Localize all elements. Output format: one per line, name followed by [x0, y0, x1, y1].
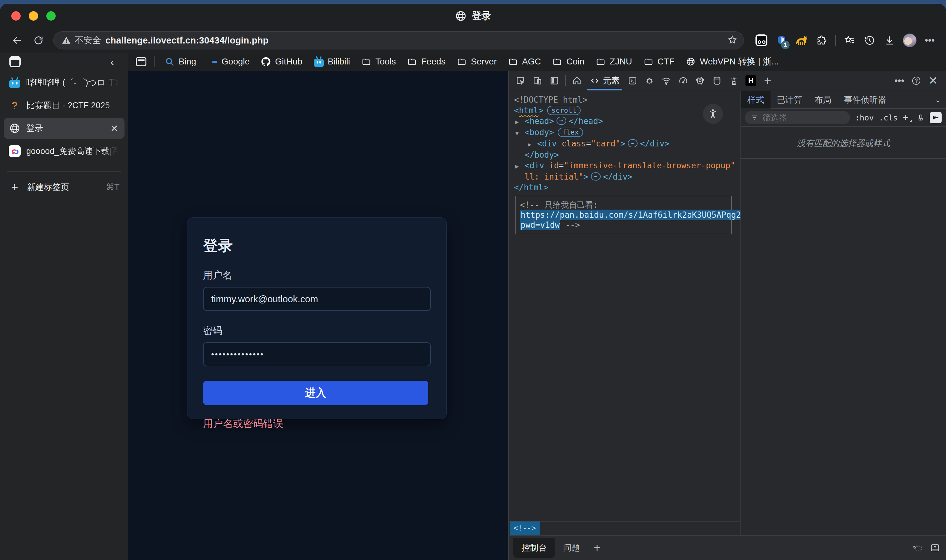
submit-button[interactable]: 进入 — [203, 381, 428, 405]
reload-button[interactable] — [29, 31, 48, 49]
close-tab-icon[interactable]: ✕ — [109, 123, 120, 134]
dom-tree-line[interactable]: ll: initial">⋯</div> — [514, 171, 740, 182]
cat-extension-button[interactable] — [793, 32, 810, 49]
tab-ctf-2025[interactable]: ? 比赛题目 - ?CTF 2025 — [4, 95, 125, 116]
tab-performance[interactable] — [675, 71, 692, 90]
minimize-window-button[interactable] — [29, 11, 38, 21]
bookmark-folder-zjnu[interactable]: ZJNU — [591, 54, 637, 69]
expand-arrow-icon[interactable]: ▼ — [515, 128, 525, 138]
tab-lighthouse[interactable] — [726, 71, 742, 90]
dom-tree-line[interactable]: </body> — [514, 149, 740, 160]
profile-button[interactable] — [901, 32, 918, 49]
tab-computed[interactable]: 已计算 — [771, 91, 808, 109]
drawer-tab-issues[interactable]: 问题 — [555, 538, 588, 558]
bookmark-folder-agc[interactable]: AGC — [504, 54, 546, 69]
brush-icon[interactable] — [917, 113, 925, 122]
tab-network[interactable] — [658, 71, 675, 90]
bookmark-google[interactable]: Google — [203, 54, 254, 69]
history-button[interactable] — [861, 32, 878, 49]
bookmark-folder-feeds[interactable]: Feeds — [403, 54, 450, 69]
device-emulation-button[interactable] — [529, 71, 546, 90]
collapsed-children-icon[interactable]: ⋯ — [557, 117, 566, 125]
styles-tabs: 样式 已计算 布局 事件侦听器 ⌄ — [741, 91, 946, 109]
downloads-button[interactable] — [881, 32, 898, 49]
tab-styles[interactable]: 样式 — [741, 91, 771, 109]
tab-sources[interactable] — [641, 71, 658, 90]
tab-layout[interactable]: 布局 — [808, 91, 838, 109]
expand-arrow-icon[interactable]: ▶ — [528, 139, 537, 149]
bookmark-bilibili[interactable]: Bilibili — [309, 54, 355, 69]
pseudo-state-toggle[interactable]: :hov — [855, 113, 874, 122]
styles-filter-input[interactable] — [762, 113, 831, 123]
breadcrumb-comment-node[interactable]: <!--> — [509, 522, 540, 535]
back-button[interactable] — [8, 31, 26, 49]
security-indicator[interactable]: 不安全 — [62, 34, 101, 46]
bookmarks-divider — [154, 56, 155, 67]
dock-side-button[interactable] — [546, 71, 563, 90]
device-icon — [532, 76, 543, 86]
comment-pwd-selected: pwd=v1dw — [520, 220, 560, 230]
html-comment-box[interactable]: <!-- 只给我自己看: https://pan.baidu.com/s/1Aa… — [515, 196, 732, 234]
computed-sidebar-toggle[interactable]: ⇤ — [930, 112, 941, 123]
bookmark-folder-tools[interactable]: Tools — [357, 54, 400, 69]
settings-and-more-button[interactable]: ••• — [921, 32, 938, 49]
address-bar[interactable]: 不安全 challenge.ilovectf.cn:30434/login.ph… — [53, 31, 744, 49]
collapsed-children-icon[interactable]: ⋯ — [591, 172, 601, 180]
drawer-add-tab-button[interactable]: + — [594, 541, 600, 554]
bookmark-webvpn[interactable]: WebVPN 转换 | 浙... — [681, 53, 783, 70]
tab-baidu-pan[interactable]: gooood_免费高速下载|百度网盘 — [4, 140, 125, 162]
immersive-translate-extension-button[interactable] — [753, 32, 770, 49]
expand-drawer-icon[interactable] — [930, 543, 940, 553]
bookmark-folder-coin[interactable]: Coin — [548, 54, 589, 69]
dom-tree-line[interactable]: ▶<div id="immersive-translate-browser-po… — [514, 160, 740, 171]
devtools-more-options-button[interactable]: ••• — [891, 71, 908, 90]
extensions-menu-button[interactable] — [813, 32, 830, 49]
url-text[interactable]: challenge.ilovectf.cn:30434/login.php — [105, 35, 723, 46]
dom-tree-line[interactable]: </html> — [514, 182, 740, 193]
bookmarks-panel-icon[interactable] — [136, 57, 146, 66]
bookmark-folder-server[interactable]: Server — [452, 54, 501, 69]
drawer-tab-console[interactable]: 控制台 — [513, 538, 555, 558]
class-toggle[interactable]: .cls — [879, 113, 897, 122]
tab-application[interactable] — [709, 71, 726, 90]
dom-tree-line[interactable]: ▼<body>flex — [514, 127, 740, 138]
expand-arrow-icon[interactable]: ▶ — [515, 161, 525, 171]
dom-tree-line[interactable]: ▶<div class="card">⋯</div> — [514, 138, 740, 149]
tab-welcome[interactable] — [568, 71, 585, 90]
tab-extension-h[interactable]: H — [742, 71, 759, 90]
favorite-this-page-button[interactable] — [728, 35, 737, 46]
favorites-button[interactable] — [841, 32, 858, 49]
undock-drawer-icon[interactable] — [912, 543, 923, 553]
zoom-window-button[interactable] — [46, 11, 56, 21]
inspect-element-button[interactable] — [512, 71, 529, 90]
bookmark-github[interactable]: GitHub — [257, 54, 306, 69]
username-label: 用户名 — [203, 269, 431, 282]
password-input[interactable] — [203, 342, 431, 366]
close-window-button[interactable] — [11, 11, 21, 21]
tab-elements-active[interactable]: 元素 — [585, 71, 624, 91]
bookmark-folder-ctf[interactable]: CTF — [639, 54, 679, 69]
expand-arrow-icon[interactable]: ▶ — [515, 116, 525, 127]
devtools-help-button[interactable] — [908, 71, 925, 90]
chevron-down-icon[interactable]: ⌄ — [935, 95, 941, 104]
tab-memory[interactable] — [692, 71, 709, 90]
tab-bilibili[interactable]: 哔哩哔哩 (゜-゜)つロ 干杯~ — [4, 72, 125, 93]
new-tab-button[interactable]: + 新建标签页 ⌘T — [4, 178, 125, 197]
folder-icon — [644, 57, 653, 66]
username-input[interactable] — [203, 287, 431, 311]
password-manager-extension-button[interactable]: 1 — [773, 32, 790, 49]
tab-event-listeners[interactable]: 事件侦听器 — [838, 91, 892, 109]
tab-actions-icon[interactable] — [9, 56, 21, 67]
styles-filter[interactable] — [745, 111, 850, 124]
dom-tree-line[interactable]: <!DOCTYPE html> — [514, 94, 740, 105]
devtools-close-button[interactable]: ✕ — [925, 71, 941, 90]
collapse-sidebar-button[interactable]: ‹ — [111, 56, 114, 67]
tab-console[interactable] — [624, 71, 641, 90]
collapsed-children-icon[interactable]: ⋯ — [628, 139, 638, 147]
bookmark-bing[interactable]: Bing — [160, 54, 200, 69]
dom-tree[interactable]: <!DOCTYPE html><html>scroll▶<head>⋯</hea… — [509, 91, 740, 521]
new-style-rule-button[interactable]: + — [903, 112, 912, 123]
tab-login-active[interactable]: 登录 ✕ — [4, 118, 125, 139]
more-tabs-button[interactable]: + — [759, 71, 776, 90]
drawer-right-icons — [912, 543, 940, 553]
